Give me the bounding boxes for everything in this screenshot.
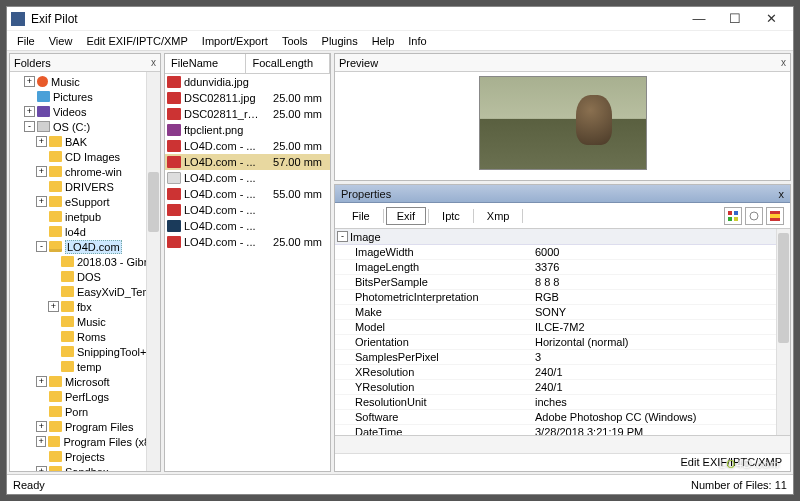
file-row[interactable]: ftpclient.png — [165, 122, 330, 138]
menu-tools[interactable]: Tools — [276, 33, 314, 49]
tab-exif[interactable]: Exif — [386, 207, 426, 225]
tab-file[interactable]: File — [341, 207, 381, 225]
property-row[interactable]: DateTime3/28/2018 3:21:19 PM — [335, 425, 790, 435]
tree-item[interactable]: PerfLogs — [10, 389, 160, 404]
tree-item[interactable]: EasyXviD_Temp — [10, 284, 160, 299]
toolbtn-globe-icon[interactable] — [745, 207, 763, 225]
file-row[interactable]: LO4D.com - ... — [165, 170, 330, 186]
menu-plugins[interactable]: Plugins — [316, 33, 364, 49]
tree-item[interactable]: +Videos — [10, 104, 160, 119]
tree-item[interactable]: Pictures — [10, 89, 160, 104]
property-row[interactable]: BitsPerSample8 8 8 — [335, 275, 790, 290]
property-row[interactable]: OrientationHorizontal (normal) — [335, 335, 790, 350]
menu-edit-exif[interactable]: Edit EXIF/IPTC/XMP — [80, 33, 193, 49]
expand-icon[interactable]: + — [36, 166, 47, 177]
file-row[interactable]: LO4D.com - ...25.00 mm — [165, 138, 330, 154]
tree-item[interactable]: CD Images — [10, 149, 160, 164]
menu-help[interactable]: Help — [366, 33, 401, 49]
expand-icon[interactable]: + — [36, 436, 46, 447]
expand-icon[interactable]: + — [48, 301, 59, 312]
maximize-button[interactable]: ☐ — [717, 8, 753, 30]
expand-icon[interactable]: + — [36, 136, 47, 147]
preview-close-icon[interactable]: x — [781, 57, 786, 68]
props-scroll-thumb[interactable] — [778, 233, 789, 343]
property-group[interactable]: -Image — [335, 229, 790, 245]
toolbtn-grid-icon[interactable] — [724, 207, 742, 225]
file-row[interactable]: LO4D.com - ...25.00 mm — [165, 234, 330, 250]
tree-item[interactable]: -LO4D.com — [10, 239, 160, 254]
filetype-jpg-icon — [167, 188, 181, 200]
expand-icon[interactable]: + — [36, 466, 47, 471]
property-row[interactable]: SoftwareAdobe Photoshop CC (Windows) — [335, 410, 790, 425]
tree-item[interactable]: +Microsoft — [10, 374, 160, 389]
tab-xmp[interactable]: Xmp — [476, 207, 521, 225]
tree-item-label: Roms — [77, 331, 106, 343]
folder-tree[interactable]: +MusicPictures+Videos-OS (C:)+BAKCD Imag… — [10, 72, 160, 471]
tree-item[interactable]: +Program Files — [10, 419, 160, 434]
expand-icon[interactable]: + — [36, 421, 47, 432]
tree-scroll-thumb[interactable] — [148, 172, 159, 232]
tree-item[interactable]: Porn — [10, 404, 160, 419]
property-row[interactable]: ResolutionUnitinches — [335, 395, 790, 410]
tree-spacer — [36, 151, 47, 162]
tree-item[interactable]: 2018.03 - Gibral — [10, 254, 160, 269]
tree-item[interactable]: +Program Files (x86) — [10, 434, 160, 449]
file-row[interactable]: DSC02811.jpg25.00 mm — [165, 90, 330, 106]
tree-item[interactable]: Music — [10, 314, 160, 329]
column-focallength[interactable]: FocalLength — [246, 54, 330, 73]
menu-view[interactable]: View — [43, 33, 79, 49]
tree-item[interactable]: Roms — [10, 329, 160, 344]
collapse-icon[interactable]: - — [36, 241, 47, 252]
file-row[interactable]: ddunvidia.jpg — [165, 74, 330, 90]
expand-icon[interactable]: + — [36, 196, 47, 207]
tree-item[interactable]: +fbx — [10, 299, 160, 314]
tree-item[interactable]: inetpub — [10, 209, 160, 224]
file-row[interactable]: LO4D.com - ...55.00 mm — [165, 186, 330, 202]
props-scrollbar[interactable] — [776, 229, 790, 435]
edit-exif-link[interactable]: Edit EXIF/IPTC/XMP — [681, 456, 782, 468]
property-row[interactable]: SamplesPerPixel3 — [335, 350, 790, 365]
menu-import-export[interactable]: Import/Export — [196, 33, 274, 49]
expand-icon[interactable]: + — [24, 76, 35, 87]
file-row[interactable]: LO4D.com - ... — [165, 202, 330, 218]
tree-item[interactable]: +Music — [10, 74, 160, 89]
property-row[interactable]: ImageLength3376 — [335, 260, 790, 275]
expand-icon[interactable]: + — [24, 106, 35, 117]
file-row[interactable]: LO4D.com - ... — [165, 218, 330, 234]
property-row[interactable]: ImageWidth6000 — [335, 245, 790, 260]
property-list[interactable]: -ImageImageWidth6000ImageLength3376BitsP… — [335, 229, 790, 435]
filelist-body[interactable]: ddunvidia.jpgDSC02811.jpg25.00 mmDSC0281… — [165, 74, 330, 471]
column-filename[interactable]: FileName — [165, 54, 246, 73]
titlebar[interactable]: Exif Pilot — ☐ ✕ — [7, 7, 793, 31]
property-row[interactable]: MakeSONY — [335, 305, 790, 320]
tree-item[interactable]: SnippingTool++ — [10, 344, 160, 359]
tree-item[interactable]: DRIVERS — [10, 179, 160, 194]
tree-item[interactable]: Projects — [10, 449, 160, 464]
menu-file[interactable]: File — [11, 33, 41, 49]
tree-item[interactable]: lo4d — [10, 224, 160, 239]
file-row[interactable]: DSC02811_re...25.00 mm — [165, 106, 330, 122]
tree-item[interactable]: +chrome-win — [10, 164, 160, 179]
tree-item[interactable]: +Sandbox — [10, 464, 160, 471]
property-row[interactable]: XResolution240/1 — [335, 365, 790, 380]
file-row[interactable]: LO4D.com - ...57.00 mm — [165, 154, 330, 170]
collapse-icon[interactable]: - — [337, 231, 348, 242]
tree-scrollbar[interactable] — [146, 72, 160, 471]
tree-item[interactable]: +eSupport — [10, 194, 160, 209]
property-row[interactable]: PhotometricInterpretationRGB — [335, 290, 790, 305]
folders-close-icon[interactable]: x — [151, 57, 156, 68]
toolbtn-flag-icon[interactable] — [766, 207, 784, 225]
tab-iptc[interactable]: Iptc — [431, 207, 471, 225]
property-row[interactable]: YResolution240/1 — [335, 380, 790, 395]
collapse-icon[interactable]: - — [24, 121, 35, 132]
menu-info[interactable]: Info — [402, 33, 432, 49]
tree-item[interactable]: DOS — [10, 269, 160, 284]
tree-item[interactable]: +BAK — [10, 134, 160, 149]
tree-item[interactable]: temp — [10, 359, 160, 374]
properties-close-icon[interactable]: x — [779, 188, 785, 200]
tree-item[interactable]: -OS (C:) — [10, 119, 160, 134]
close-button[interactable]: ✕ — [753, 8, 789, 30]
property-row[interactable]: ModelILCE-7M2 — [335, 320, 790, 335]
minimize-button[interactable]: — — [681, 8, 717, 30]
expand-icon[interactable]: + — [36, 376, 47, 387]
